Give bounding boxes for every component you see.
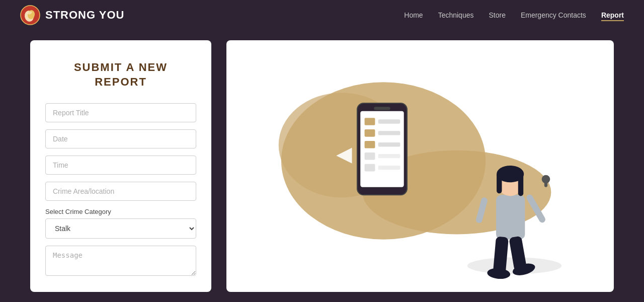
report-title-input[interactable] [45,103,196,122]
brand-name: Strong You [45,9,125,22]
illustration-card [226,40,614,292]
form-title: SUBMIT A NEW REPORT [45,60,196,89]
nav-item-home[interactable]: Home [404,11,423,20]
crime-area-input[interactable] [45,182,196,201]
nav-item-emergency-contacts[interactable]: Emergency Contacts [521,11,586,20]
logo-area[interactable]: Strong You [20,5,125,25]
svg-rect-15 [378,154,400,158]
svg-rect-9 [378,119,400,123]
main-content: SUBMIT A NEW REPORT Select Crime Categor… [0,30,644,302]
svg-rect-11 [378,131,400,135]
crime-category-select[interactable]: Stalk Assault Robbery Harassment Other [45,218,196,239]
time-input[interactable] [45,156,196,175]
svg-rect-16 [365,164,375,172]
logo-icon [20,5,40,25]
nav-item-report[interactable]: Report [601,11,624,20]
svg-rect-24 [497,173,502,194]
message-textarea[interactable] [45,246,196,276]
svg-rect-12 [365,141,375,148]
nav-item-techniques[interactable]: Techniques [438,11,474,20]
nav-links: Home Techniques Store Emergency Contacts… [404,11,624,20]
svg-rect-13 [378,142,400,146]
select-crime-category-label: Select Crime Category [45,208,196,215]
svg-rect-28 [544,179,547,187]
svg-rect-8 [365,118,375,125]
nav-item-store[interactable]: Store [489,11,505,20]
svg-rect-10 [365,129,375,137]
svg-rect-14 [365,153,375,160]
svg-rect-17 [378,166,400,170]
date-input[interactable] [45,129,196,148]
svg-rect-21 [496,195,525,240]
svg-rect-25 [518,173,523,196]
illustration-svg [226,40,614,292]
navbar: Strong You Home Techniques Store Emergen… [0,0,644,30]
svg-rect-18 [374,107,390,110]
form-card: SUBMIT A NEW REPORT Select Crime Categor… [30,40,211,292]
